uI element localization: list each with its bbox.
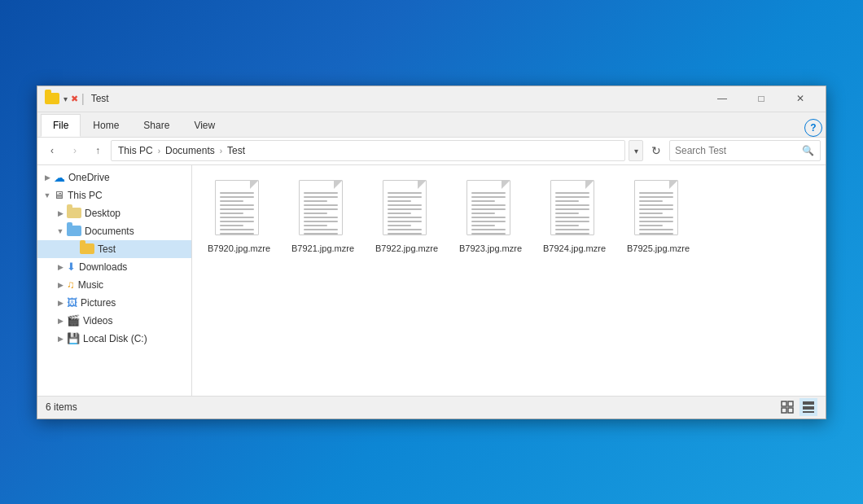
tab-share[interactable]: Share: [131, 114, 182, 137]
search-input[interactable]: [675, 145, 797, 156]
tab-home[interactable]: Home: [81, 114, 131, 137]
tab-view[interactable]: View: [182, 114, 227, 137]
doc-line: [220, 192, 254, 194]
doc-line-short: [388, 213, 411, 214]
doc-line-short: [388, 225, 411, 226]
sidebar-label-music: Music: [78, 279, 103, 291]
sidebar-item-localdisk[interactable]: 💾 Local Disk (C:): [37, 330, 191, 348]
sidebar-item-pictures[interactable]: 🖼 Pictures: [37, 294, 191, 312]
ribbon-tabs: File Home Share View ?: [37, 112, 826, 137]
doc-line: [471, 221, 506, 222]
file-explorer-window: ▾ ✖ | Test — □ ✕ File Home Share View ? …: [37, 85, 826, 419]
expand-test-icon: [67, 243, 80, 256]
sidebar-item-onedrive[interactable]: ☁ OneDrive: [37, 169, 191, 186]
doc-shape: [550, 180, 594, 235]
doc-line: [639, 204, 673, 206]
doc-line-short: [304, 200, 327, 202]
file-item[interactable]: B7920.jpg.mzre: [200, 173, 278, 260]
doc-lines: [471, 192, 506, 234]
expand-pictures-icon: [54, 296, 67, 309]
doc-line: [388, 229, 422, 230]
window-title: Test: [91, 93, 703, 104]
doc-line: [388, 192, 422, 194]
file-item[interactable]: B7922.jpg.mzre: [368, 173, 445, 260]
title-check-icon: ✖: [71, 94, 78, 104]
doc-line: [639, 229, 673, 230]
sidebar-label-downloads: Downloads: [79, 261, 127, 273]
tab-file[interactable]: File: [41, 114, 81, 137]
forward-button[interactable]: ›: [65, 141, 85, 160]
view-toggle: [778, 398, 817, 416]
refresh-button[interactable]: ↻: [646, 141, 666, 160]
doc-line-short: [555, 213, 579, 214]
doc-line: [388, 196, 422, 198]
sidebar-item-test[interactable]: Test: [37, 240, 191, 258]
doc-line: [555, 233, 589, 234]
doc-line: [639, 221, 673, 222]
svg-rect-2: [782, 408, 786, 413]
doc-line-short: [639, 225, 663, 226]
path-thispc: This PC: [118, 145, 153, 156]
sidebar-item-desktop[interactable]: Desktop: [37, 204, 191, 222]
up-button[interactable]: ↑: [88, 141, 107, 160]
address-dropdown[interactable]: ▾: [629, 140, 643, 161]
path-sep2: ›: [220, 147, 222, 156]
sidebar-scroll[interactable]: ☁ OneDrive 🖥 This PC Desktop: [37, 165, 191, 396]
doc-shape: [383, 180, 427, 235]
expand-docs-icon: [54, 225, 67, 238]
list-view-button[interactable]: [799, 398, 817, 416]
sidebar-label-localdisk: Local Disk (C:): [83, 333, 147, 344]
doc-line: [639, 192, 673, 194]
sidebar-label-thispc: This PC: [68, 190, 103, 201]
file-item[interactable]: B7923.jpg.mzre: [452, 173, 529, 260]
test-folder-icon: [80, 243, 94, 254]
doc-line: [220, 229, 254, 230]
doc-lines: [304, 192, 338, 234]
doc-line: [471, 196, 506, 198]
file-item[interactable]: B7921.jpg.mzre: [284, 173, 361, 260]
doc-shape: [215, 180, 259, 235]
file-name: B7921.jpg.mzre: [291, 243, 354, 253]
doc-shape: [634, 180, 678, 235]
path-sep1: ›: [158, 147, 160, 156]
doc-line-short: [304, 213, 327, 214]
videos-icon: 🎬: [67, 314, 80, 327]
doc-line: [304, 229, 338, 230]
grid-view-button[interactable]: [778, 398, 796, 416]
file-icon-wrapper: [467, 180, 515, 239]
search-button[interactable]: 🔍: [800, 143, 815, 158]
doc-line-short: [639, 200, 663, 202]
downloads-icon: ⬇: [67, 261, 76, 273]
sidebar-label-documents: Documents: [85, 226, 134, 237]
close-button[interactable]: ✕: [782, 85, 819, 112]
music-icon: ♫: [67, 278, 75, 291]
minimize-button[interactable]: —: [703, 85, 741, 112]
sidebar-item-thispc[interactable]: 🖥 This PC: [37, 186, 191, 204]
address-path[interactable]: This PC › Documents › Test: [111, 140, 625, 161]
file-name: B7925.jpg.mzre: [627, 243, 690, 253]
sidebar-item-videos[interactable]: 🎬 Videos: [37, 312, 191, 330]
expand-localdisk-icon: [54, 332, 67, 345]
back-button[interactable]: ‹: [42, 141, 62, 160]
doc-line: [304, 196, 338, 198]
expand-desktop-icon: [54, 207, 67, 220]
doc-lines: [639, 192, 673, 234]
file-item[interactable]: B7924.jpg.mzre: [536, 173, 613, 260]
expand-onedrive-icon: [41, 171, 54, 184]
file-item[interactable]: B7925.jpg.mzre: [620, 173, 697, 260]
doc-line: [388, 217, 422, 218]
doc-line: [555, 221, 589, 222]
sidebar-item-downloads[interactable]: ⬇ Downloads: [37, 258, 191, 276]
sidebar-item-music[interactable]: ♫ Music: [37, 276, 191, 294]
sidebar-label-pictures: Pictures: [81, 297, 116, 309]
expand-music-icon: [54, 278, 67, 291]
status-item-count: 6 items: [46, 401, 77, 413]
maximize-button[interactable]: □: [743, 85, 780, 112]
sidebar-item-documents[interactable]: Documents: [37, 222, 191, 240]
doc-lines: [555, 192, 589, 234]
doc-line-short: [639, 213, 663, 214]
doc-lines: [388, 192, 422, 234]
expand-thispc-icon: [41, 189, 54, 202]
svg-rect-0: [782, 401, 786, 406]
help-button[interactable]: ?: [804, 119, 822, 137]
